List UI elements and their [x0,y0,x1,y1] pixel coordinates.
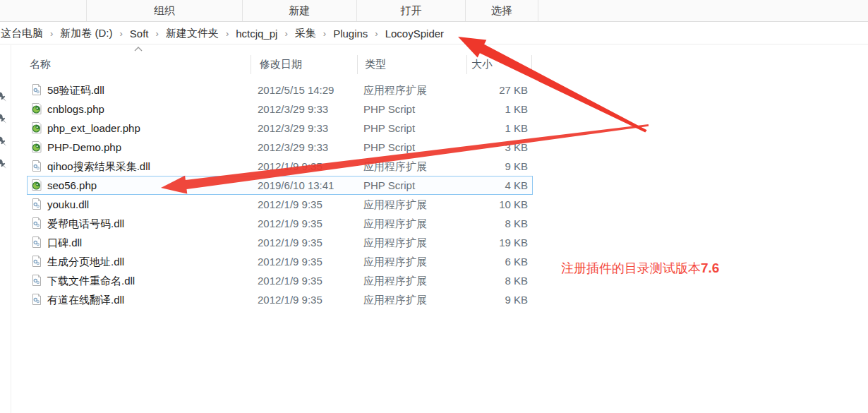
file-name: 口碑.dll [47,233,82,252]
breadcrumb-item[interactable]: 采集 [292,27,319,40]
file-name: php_ext_loader.php [47,119,140,138]
file-date-modified: 2012/1/9 9:35 [258,195,323,214]
file-type: 应用程序扩展 [363,157,427,176]
breadcrumb-item[interactable]: 新加卷 (D:) [57,27,115,40]
file-type: 应用程序扩展 [363,80,427,100]
column-header-name[interactable]: 名称 [30,54,51,75]
breadcrumb-item[interactable]: Soft [127,28,152,40]
file-name: 有道在线翻译.dll [47,290,124,309]
pushpin-icon [0,113,7,125]
file-row[interactable]: php_ext_loader.php 2012/3/29 9:33 PHP Sc… [27,119,533,138]
file-date-modified: 2012/3/29 9:33 [258,119,328,138]
file-type: 应用程序扩展 [363,290,427,309]
breadcrumb-item[interactable]: 这台电脑 [0,27,46,40]
ribbon-group-select-label: 选择 [491,4,512,18]
chevron-up-icon [134,47,143,52]
file-date-modified: 2012/1/9 9:35 [258,271,323,290]
file-list: 58验证码.dll 2012/5/15 14:29 应用程序扩展 27 KB c… [0,80,868,309]
ribbon-group-open-label: 打开 [401,4,422,18]
column-separator[interactable] [466,55,467,74]
file-row[interactable]: PHP-Demo.php 2012/3/29 9:33 PHP Script 3… [27,138,533,157]
php-file-icon [31,141,42,152]
dll-file-icon [31,198,42,210]
file-row[interactable]: cnblogs.php 2012/3/29 9:33 PHP Script 1 … [27,100,533,119]
file-type: 应用程序扩展 [363,252,427,271]
file-name: cnblogs.php [47,100,104,119]
ribbon-group-open[interactable]: 打开 [357,0,466,21]
file-name: PHP-Demo.php [47,138,121,157]
file-row[interactable]: 58验证码.dll 2012/5/15 14:29 应用程序扩展 27 KB [27,80,533,100]
annotation-text: 注册插件的目录测试版本7.6 [561,260,719,277]
file-row[interactable]: 爱帮电话号码.dll 2012/1/9 9:35 应用程序扩展 8 KB [27,214,533,233]
file-row[interactable]: youku.dll 2012/1/9 9:35 应用程序扩展 10 KB [27,195,533,214]
pushpin-icon [0,136,7,148]
breadcrumb-item[interactable]: Plugins [330,28,370,40]
file-size: 3 KB [435,138,528,157]
file-date-modified: 2012/5/15 14:29 [258,80,334,100]
column-header-date-modified[interactable]: 修改日期 [260,54,302,75]
file-type: PHP Script [363,138,415,157]
ribbon-group-organize[interactable]: 组织 [87,0,243,21]
file-size: 9 KB [435,157,528,176]
file-type: PHP Script [363,100,415,119]
column-header-row: 名称 修改日期 类型 大小 [0,54,868,75]
file-row[interactable]: 生成分页地址.dll 2012/1/9 9:35 应用程序扩展 6 KB [27,252,533,271]
dll-file-icon [31,275,42,286]
php-file-icon [31,103,42,114]
column-separator[interactable] [531,55,532,74]
breadcrumb-item[interactable]: 新建文件夹 [163,27,222,40]
file-date-modified: 2012/1/9 9:35 [258,157,323,176]
breadcrumb-separator-icon: › [116,28,127,39]
file-date-modified: 2012/1/9 9:35 [258,233,323,252]
file-size: 8 KB [435,271,528,290]
file-size: 8 KB [435,214,528,233]
php-file-icon [31,122,42,133]
file-size: 1 KB [435,100,528,119]
file-size: 10 KB [435,195,528,214]
file-name: youku.dll [47,195,89,214]
dll-file-icon [31,237,42,248]
ribbon-group-empty [0,0,87,21]
file-size: 4 KB [435,176,528,195]
dll-file-icon [31,294,42,305]
file-type: PHP Script [363,176,415,195]
breadcrumb: 这台电脑›新加卷 (D:)›Soft›新建文件夹›hctcjq_pj›采集›Pl… [0,23,868,44]
file-date-modified: 2012/1/9 9:35 [258,214,323,233]
ribbon-group-new-label: 新建 [289,4,311,18]
breadcrumb-separator-icon: › [222,28,233,39]
file-row[interactable]: 口碑.dll 2012/1/9 9:35 应用程序扩展 19 KB [27,233,533,252]
breadcrumb-separator-icon: › [319,28,330,39]
breadcrumb-separator-icon: › [370,28,382,39]
column-header-type[interactable]: 类型 [365,54,386,75]
file-name: 58验证码.dll [47,80,104,100]
ribbon-group-organize-label: 组织 [154,4,175,18]
annotation-version: 7.6 [701,261,719,275]
breadcrumb-separator-icon: › [152,28,163,39]
file-date-modified: 2012/1/9 9:35 [258,290,323,309]
file-name: seo56.php [47,176,97,195]
file-date-modified: 2012/1/9 9:35 [258,252,323,271]
ribbon-group-new[interactable]: 新建 [243,0,357,21]
breadcrumb-separator-icon: › [280,28,291,39]
breadcrumb-item[interactable]: hctcjq_pj [233,28,280,40]
file-size: 1 KB [435,119,528,138]
file-type: 应用程序扩展 [363,271,427,290]
file-size: 19 KB [435,233,528,252]
column-header-size[interactable]: 大小 [471,54,493,75]
file-size: 9 KB [435,290,528,309]
file-row[interactable]: qihoo搜索结果采集.dll 2012/1/9 9:35 应用程序扩展 9 K… [27,157,533,176]
breadcrumb-separator-icon: › [46,28,57,39]
file-row[interactable]: 下载文件重命名.dll 2012/1/9 9:35 应用程序扩展 8 KB [27,271,533,290]
file-name: qihoo搜索结果采集.dll [47,157,150,176]
file-row[interactable]: 有道在线翻译.dll 2012/1/9 9:35 应用程序扩展 9 KB [27,290,533,309]
ribbon-group-select[interactable]: 选择 [466,0,538,21]
annotation-label: 注册插件的目录测试版本 [561,261,701,275]
file-date-modified: 2012/3/29 9:33 [258,100,328,119]
breadcrumb-item[interactable]: LocoySpider [382,28,447,40]
column-separator[interactable] [357,55,358,74]
dll-file-icon [31,256,42,267]
file-date-modified: 2019/6/10 13:41 [258,176,334,195]
column-separator[interactable] [251,55,251,74]
file-type: 应用程序扩展 [363,214,427,233]
file-row[interactable]: seo56.php 2019/6/10 13:41 PHP Script 4 K… [27,176,533,195]
